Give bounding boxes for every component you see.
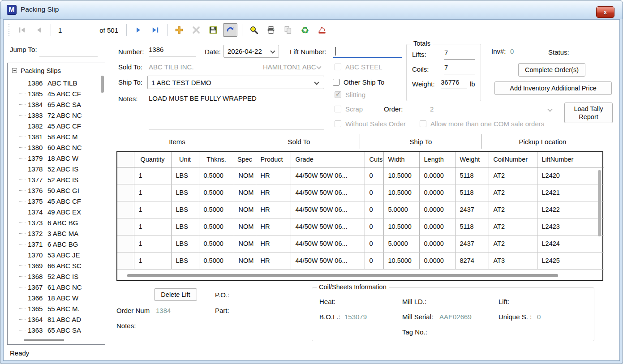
last-record-button[interactable] [148, 23, 163, 37]
jump-to-input[interactable] [39, 46, 98, 56]
coils-value[interactable]: 7 [444, 64, 475, 74]
lifts-value[interactable]: 7 [444, 49, 475, 60]
column-header-weight[interactable]: Weight [455, 152, 489, 167]
column-header-length[interactable]: Length [419, 152, 455, 167]
next-record-button[interactable] [131, 23, 146, 37]
ship-to-combobox[interactable]: 1 ABC TEST DEMO [147, 76, 324, 89]
scrap-checkbox[interactable]: ✓Scrap [335, 105, 363, 113]
tree-item[interactable]: 1376 50 ABC GI [8, 185, 105, 196]
tree-item[interactable]: 1370 53 ABC JE [8, 249, 105, 260]
slitting-checkbox[interactable]: ✓Slitting [335, 91, 365, 98]
allow-com-orders-checkbox[interactable]: ✓Allow more than one COM sale orders [420, 120, 544, 128]
tree-item[interactable]: 1367 61 ABC NC [8, 282, 105, 292]
grid-row[interactable]: 1LBS0.5000NOMHR44/50W 50W 06...010.50000… [117, 252, 604, 269]
column-header-coilnumber[interactable]: CoilNumber [489, 152, 537, 167]
column-header-product[interactable]: Product [256, 152, 291, 167]
record-number-input[interactable]: 1 [56, 24, 85, 36]
tree-item[interactable]: 1377 52 ABC IS [8, 174, 105, 185]
tree-item[interactable]: 1363 65 ABC SA [8, 325, 105, 335]
tree-item[interactable]: 1374 49 ABC EX [8, 206, 105, 217]
column-header-grade[interactable]: Grade [291, 152, 365, 167]
tree-item[interactable]: 1382 45 ABC CF [8, 120, 105, 131]
grid-row[interactable]: 1LBS0.5000NOMHR44/50W 50W 06...05.00000.… [117, 201, 604, 218]
tree-item-number: 1374 [28, 208, 47, 216]
grid-cell: 1 [134, 218, 171, 235]
tree-item[interactable]: 1373 6 ABC BG [8, 217, 105, 228]
grid-corner-cell [117, 152, 134, 167]
tree-item[interactable]: 1371 6 ABC BG [8, 239, 105, 249]
grid-row[interactable]: 1LBS0.5000NOMHR44/50W 50W 06...010.50000… [117, 184, 604, 201]
date-combobox[interactable]: 2026-04-22 [223, 45, 279, 58]
grid-row[interactable]: 1LBS0.5000NOMHR44/50W 50W 06...05.00000.… [117, 235, 604, 252]
refresh-button[interactable]: ♻ [298, 23, 312, 37]
load-tally-report-button[interactable]: Load Tally Report [564, 103, 613, 123]
row-header-cell[interactable] [117, 184, 134, 201]
tree-item[interactable]: 1369 66 ABC SC [8, 260, 105, 271]
notes-value[interactable]: LOAD MUST BE FULLY WRAPPED [149, 94, 257, 102]
grid-horizontal-scrollbar[interactable] [127, 274, 558, 277]
tree-item[interactable]: 1364 81 ABC AD [8, 314, 105, 325]
weight-value[interactable]: 36776 [441, 78, 467, 89]
tree-item[interactable]: 1380 60 ABC NC [8, 142, 105, 153]
tree-item[interactable]: 1375 45 ABC CF [8, 196, 105, 206]
tab-ship-to[interactable]: Ship To [360, 134, 481, 149]
lift-number-input[interactable] [333, 45, 402, 58]
copy-button[interactable] [281, 23, 295, 37]
tree-item[interactable]: 1366 18 ABC W [8, 292, 105, 303]
collapse-expander-icon[interactable] [12, 68, 17, 73]
redo-button[interactable] [223, 23, 237, 37]
tree-item[interactable]: 1384 65 ABC SA [8, 99, 105, 110]
tree-branch-icon [19, 287, 26, 287]
tree-item[interactable]: 1372 3 ABC MA [8, 228, 105, 239]
column-header-width[interactable]: Width [383, 152, 419, 167]
toolbar-grip[interactable] [8, 24, 10, 36]
tree-root[interactable]: Packing Slips [12, 67, 61, 74]
tree-item-label: 52 ABC IS [47, 165, 78, 173]
tree-item[interactable]: 1385 45 ABC CF [8, 88, 105, 99]
column-header-unit[interactable]: Unit [171, 152, 199, 167]
grid-vertical-scrollbar[interactable] [598, 170, 601, 236]
tree-horizontal-scrollbar[interactable] [24, 339, 64, 341]
search-button[interactable] [247, 23, 261, 37]
abc-steel-checkbox[interactable]: ✓ABC STEEL [335, 63, 382, 71]
grid-row[interactable]: 1LBS0.5000NOMHR44/50W 50W 06...010.50000… [117, 167, 604, 184]
tab-sold-to[interactable]: Sold To [238, 134, 360, 149]
close-button[interactable]: x [596, 6, 614, 18]
without-sales-order-checkbox[interactable]: ✓Without Sales Order [335, 120, 406, 128]
row-header-cell[interactable] [117, 235, 134, 252]
column-header-spec[interactable]: Spec [234, 152, 256, 167]
lift-number-label: Lift Number: [290, 48, 327, 56]
column-header-liftnumber[interactable]: LiftNumber [537, 152, 604, 167]
tree-item[interactable]: 1386 ABC TILB [8, 77, 105, 88]
number-input[interactable]: 1386 [149, 46, 196, 56]
crane-report-button[interactable] [315, 23, 329, 37]
delete-record-button[interactable] [189, 23, 203, 37]
column-header-cuts[interactable]: Cuts [365, 152, 383, 167]
delete-lift-button[interactable]: Delete Lift [154, 288, 197, 301]
other-ship-to-checkbox[interactable]: ✓Other Ship To [333, 78, 384, 86]
row-header-cell[interactable] [117, 201, 134, 218]
tree-item[interactable]: 1381 58 ABC M [8, 131, 105, 142]
tree-item[interactable]: 1365 55 ABC M. [8, 303, 105, 314]
previous-record-button[interactable] [32, 23, 46, 37]
tree-branch-icon [19, 308, 26, 309]
first-record-button[interactable] [15, 23, 29, 37]
tab-pickup-location[interactable]: Pickup Location [481, 134, 603, 149]
tab-items[interactable]: Items [116, 134, 238, 149]
row-header-cell[interactable] [117, 252, 134, 269]
column-header-quantity[interactable]: Quantity [134, 152, 171, 167]
add-record-button[interactable] [172, 23, 186, 37]
tree-item[interactable]: 1378 52 ABC IS [8, 163, 105, 174]
print-button[interactable] [264, 23, 278, 37]
tree-item[interactable]: 1379 18 ABC W [8, 153, 105, 163]
save-button[interactable] [206, 23, 220, 37]
grid-row[interactable]: 1LBS0.5000NOMHR44/50W 50W 06...010.50000… [117, 218, 604, 235]
complete-orders-button[interactable]: Complete Order(s) [518, 63, 585, 77]
tree-vertical-scrollbar[interactable] [101, 76, 104, 93]
tree-item[interactable]: 1368 52 ABC IS [8, 271, 105, 282]
row-header-cell[interactable] [117, 218, 134, 235]
column-header-thkns-[interactable]: Thkns. [199, 152, 234, 167]
tree-item[interactable]: 1383 72 ABC NC [8, 110, 105, 120]
add-inventory-additional-price-button[interactable]: Add Inventory Additional Price [494, 81, 612, 95]
row-header-cell[interactable] [117, 167, 134, 184]
